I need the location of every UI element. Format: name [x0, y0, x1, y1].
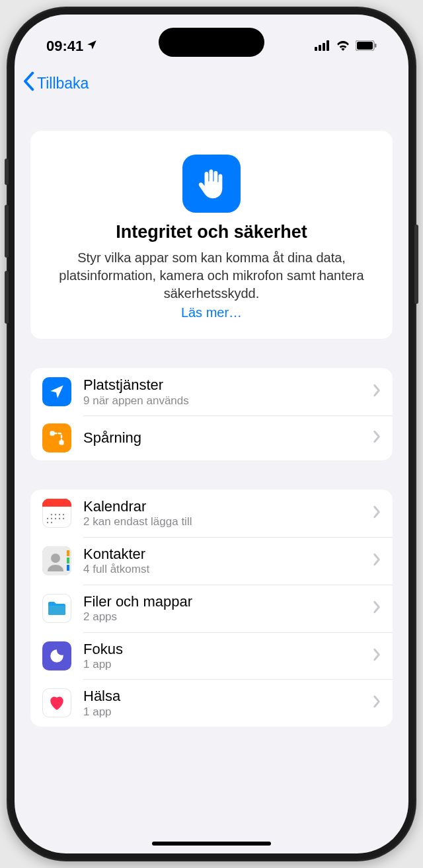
svg-rect-1	[319, 45, 321, 51]
phone-screen: 09:41	[15, 15, 408, 853]
back-button[interactable]: Tillbaka	[21, 71, 89, 95]
status-left: 09:41	[46, 38, 98, 55]
status-time: 09:41	[46, 38, 83, 55]
svg-point-17	[51, 518, 52, 519]
svg-rect-0	[315, 47, 317, 51]
tracking-icon	[42, 423, 71, 452]
svg-rect-26	[67, 558, 69, 563]
row-subtitle: 4 full åtkomst	[83, 563, 361, 576]
chevron-right-icon	[373, 430, 381, 446]
learn-more-link[interactable]: Läs mer…	[181, 305, 242, 320]
power-button	[414, 225, 418, 304]
row-title: Fokus	[83, 640, 361, 659]
phone-frame: 09:41	[7, 7, 416, 861]
nav-bar: Tillbaka	[15, 62, 408, 104]
dynamic-island	[159, 28, 264, 57]
content-scroll[interactable]: Integritet och säkerhet Styr vilka appar…	[15, 104, 408, 727]
silent-switch	[5, 159, 9, 185]
focus-icon	[42, 641, 71, 670]
svg-point-14	[59, 514, 60, 515]
row-title: Platstjänster	[83, 376, 361, 394]
svg-rect-6	[375, 44, 377, 48]
list-section-apps: Kalendrar 2 kan endast lägga till	[30, 489, 393, 727]
row-title: Filer och mappar	[83, 593, 361, 611]
health-icon	[42, 688, 71, 717]
row-subtitle: 2 kan endast lägga till	[83, 515, 361, 528]
svg-rect-2	[323, 43, 325, 51]
row-title: Spårning	[83, 429, 361, 447]
row-tracking[interactable]: Spårning	[30, 416, 393, 460]
battery-icon	[356, 38, 377, 55]
home-indicator[interactable]	[152, 842, 271, 846]
svg-point-12	[51, 514, 52, 515]
row-title: Kalendrar	[83, 497, 361, 516]
svg-point-22	[51, 522, 52, 523]
page-description: Styr vilka appar som kan komma åt dina d…	[49, 249, 374, 303]
page-title: Integritet och säkerhet	[49, 222, 374, 242]
row-files[interactable]: Filer och mappar 2 apps	[30, 585, 393, 632]
row-subtitle: 1 app	[83, 658, 361, 671]
status-right	[315, 38, 377, 55]
row-subtitle: 1 app	[83, 705, 361, 719]
row-title: Kontakter	[83, 545, 361, 563]
row-contacts[interactable]: Kontakter 4 full åtkomst	[30, 537, 393, 585]
svg-point-13	[55, 514, 56, 515]
row-focus[interactable]: Fokus 1 app	[30, 632, 393, 680]
cellular-icon	[315, 38, 330, 55]
contacts-icon	[42, 546, 71, 575]
chevron-right-icon	[373, 695, 381, 711]
svg-point-15	[63, 514, 64, 515]
row-subtitle: 2 apps	[83, 610, 361, 624]
svg-point-24	[51, 554, 60, 563]
svg-rect-25	[67, 550, 69, 556]
back-label: Tillbaka	[37, 75, 89, 92]
chevron-right-icon	[373, 648, 381, 664]
volume-down-button	[5, 271, 9, 324]
row-title: Hälsa	[83, 687, 361, 705]
wifi-icon	[336, 38, 350, 55]
svg-point-20	[63, 518, 64, 519]
location-icon	[42, 377, 71, 406]
svg-point-21	[47, 522, 48, 523]
svg-point-19	[59, 518, 60, 519]
files-icon	[42, 594, 71, 623]
row-subtitle: 9 när appen används	[83, 394, 361, 408]
row-calendars[interactable]: Kalendrar 2 kan endast lägga till	[30, 489, 393, 537]
hero-card: Integritet och säkerhet Styr vilka appar…	[30, 131, 393, 339]
svg-rect-3	[327, 40, 329, 51]
chevron-right-icon	[373, 384, 381, 400]
chevron-right-icon	[373, 600, 381, 616]
privacy-hand-icon	[182, 155, 241, 213]
chevron-left-icon	[21, 71, 36, 95]
calendar-icon	[42, 499, 71, 528]
location-arrow-icon	[86, 38, 98, 55]
svg-rect-27	[67, 565, 69, 571]
svg-point-16	[47, 518, 48, 519]
list-section-location: Platstjänster 9 när appen används	[30, 368, 393, 460]
chevron-right-icon	[373, 553, 381, 569]
svg-point-18	[55, 518, 56, 519]
volume-up-button	[5, 205, 9, 258]
svg-rect-5	[357, 42, 373, 50]
svg-rect-11	[42, 499, 71, 505]
row-health[interactable]: Hälsa 1 app	[30, 679, 393, 727]
chevron-right-icon	[373, 505, 381, 521]
row-location-services[interactable]: Platstjänster 9 när appen används	[30, 368, 393, 416]
